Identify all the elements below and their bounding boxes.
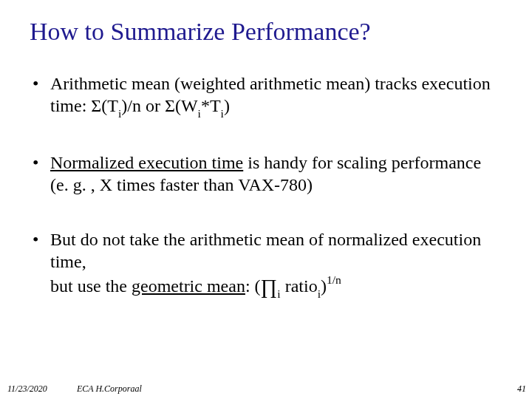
b1-mid2: *T	[201, 96, 221, 115]
product-symbol: ∏	[261, 275, 278, 298]
bullet-3: But do not take the arithmetic mean of n…	[30, 228, 502, 299]
b1-sub2: i	[198, 107, 201, 120]
b3-pre: But do not take the arithmetic mean of n…	[50, 230, 481, 271]
b3-mid: ratio	[281, 276, 318, 296]
b1-sub1: i	[118, 107, 121, 120]
footer-center: ECA H.Corporaal	[74, 383, 142, 395]
bullet-2: Normalized execution time is handy for s…	[30, 151, 502, 196]
b2-underlined: Normalized execution time	[50, 153, 243, 172]
footer-date: 11/23/2020	[0, 383, 74, 395]
b1-pre: Arithmetic mean (weighted arithmetic mea…	[50, 74, 491, 115]
footer-page-number: 41	[517, 383, 526, 395]
bullet-list: Arithmetic mean (weighted arithmetic mea…	[30, 72, 502, 300]
b3-sub2: i	[318, 287, 321, 300]
b3-line2a: but use the	[50, 276, 132, 296]
b1-sub3: i	[221, 107, 224, 120]
b3-after-u: : (	[245, 276, 261, 296]
footer: 11/23/2020 ECA H.Corporaal 41	[0, 383, 532, 395]
b1-mid: )/n or Σ(W	[121, 96, 197, 115]
b1-post: )	[224, 96, 230, 115]
b3-close: )	[321, 276, 327, 296]
bullet-1: Arithmetic mean (weighted arithmetic mea…	[30, 72, 502, 119]
slide-title: How to Summarize Performance?	[30, 18, 502, 46]
b3-underlined: geometric mean	[132, 276, 245, 296]
b3-sub1: i	[277, 287, 280, 300]
b3-sup: 1/n	[327, 273, 341, 286]
